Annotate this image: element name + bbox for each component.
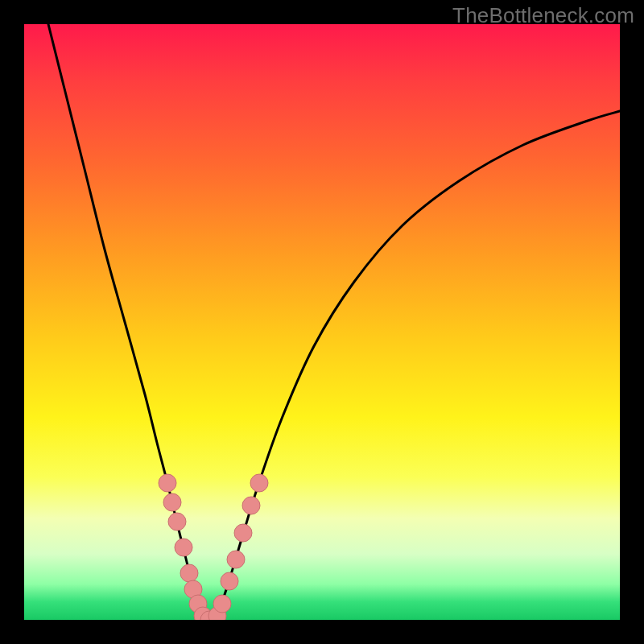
data-marker bbox=[221, 572, 238, 590]
chart-svg bbox=[24, 24, 620, 620]
data-marker bbox=[227, 551, 245, 568]
data-marker bbox=[180, 564, 198, 582]
data-marker bbox=[168, 513, 186, 530]
data-marker bbox=[213, 595, 231, 613]
data-marker bbox=[234, 524, 252, 542]
bottleneck-curve bbox=[48, 24, 620, 620]
data-marker bbox=[163, 493, 181, 511]
chart-frame: TheBottleneck.com bbox=[0, 0, 644, 644]
plot-area bbox=[24, 24, 620, 620]
data-marker bbox=[159, 474, 176, 492]
data-marker bbox=[250, 474, 268, 492]
marker-group bbox=[159, 474, 268, 620]
data-marker bbox=[242, 497, 260, 514]
data-marker bbox=[175, 539, 192, 556]
